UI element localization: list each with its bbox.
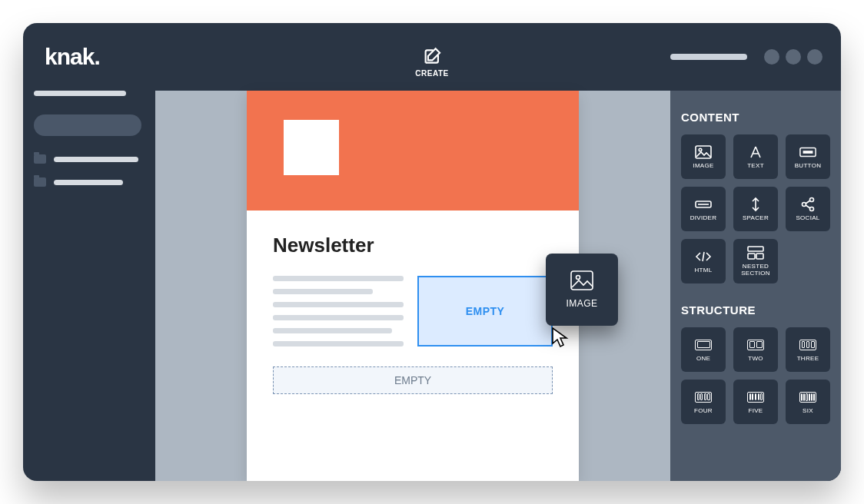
text-line xyxy=(273,302,404,307)
sidebar-active-item[interactable] xyxy=(34,114,141,136)
drag-ghost-image-block: IMAGE xyxy=(546,254,618,326)
divider-icon xyxy=(695,197,712,212)
sidebar-item-label xyxy=(54,157,138,162)
svg-rect-5 xyxy=(803,151,813,154)
sidebar xyxy=(23,91,155,481)
content-tile-divider[interactable]: DIVIDER xyxy=(681,187,726,231)
window-bar xyxy=(670,54,747,60)
content-tile-image[interactable]: IMAGE xyxy=(681,134,726,179)
structure-tile-two[interactable]: TWO xyxy=(733,327,778,372)
window-dot[interactable] xyxy=(807,49,822,65)
content-tile-social[interactable]: SOCIAL xyxy=(786,187,830,231)
tile-label: TEXT xyxy=(747,163,764,170)
text-line xyxy=(273,328,392,333)
cursor-icon xyxy=(550,327,569,351)
tile-label: ONE xyxy=(696,356,710,363)
structure-tile-six[interactable]: SIX xyxy=(786,380,830,424)
structure-grid: ONETWOTHREEFOURFIVESIX xyxy=(681,327,830,424)
svg-rect-0 xyxy=(571,271,593,290)
email-row: EMPTY xyxy=(273,276,553,354)
tile-label: THREE xyxy=(797,356,819,363)
button-icon xyxy=(799,144,816,160)
right-panel: CONTENT IMAGETEXTBUTTONDIVIDERSPACERSOCI… xyxy=(670,91,841,481)
columns-4-icon xyxy=(695,390,712,405)
sidebar-item-label xyxy=(54,180,123,185)
body: Newsletter EMPTY EMPTY xyxy=(23,91,841,481)
spacer-icon xyxy=(747,197,764,212)
svg-point-1 xyxy=(577,276,580,280)
tile-label: SIX xyxy=(803,408,813,415)
create-label: CREATE xyxy=(415,69,448,78)
text-line xyxy=(273,289,373,294)
text-line xyxy=(273,341,404,346)
email-preview: Newsletter EMPTY EMPTY xyxy=(247,91,579,481)
columns-1-icon xyxy=(695,337,712,353)
svg-rect-12 xyxy=(748,254,755,259)
drag-ghost-label: IMAGE xyxy=(566,298,597,309)
email-title[interactable]: Newsletter xyxy=(273,234,553,257)
tile-label: SPACER xyxy=(743,215,769,222)
tile-label: TWO xyxy=(748,356,763,363)
sidebar-placeholder xyxy=(34,91,126,96)
content-tile-text[interactable]: TEXT xyxy=(733,134,778,179)
window-controls xyxy=(670,49,822,65)
content-tile-spacer[interactable]: SPACER xyxy=(733,187,778,231)
structure-tile-five[interactable]: FIVE xyxy=(733,380,778,424)
tile-label: FIVE xyxy=(749,408,763,415)
text-icon xyxy=(747,144,764,160)
email-hero[interactable] xyxy=(247,91,579,211)
content-grid: IMAGETEXTBUTTONDIVIDERSPACERSOCIALHTMLNE… xyxy=(681,134,830,284)
text-line xyxy=(273,276,404,281)
text-block[interactable] xyxy=(273,276,404,354)
svg-rect-11 xyxy=(748,247,763,251)
folder-icon xyxy=(34,154,46,164)
content-tile-html[interactable]: HTML xyxy=(681,239,726,284)
html-icon xyxy=(695,249,712,264)
folder-icon xyxy=(34,177,46,187)
content-tile-button[interactable]: BUTTON xyxy=(786,134,830,179)
dropzone-active[interactable]: EMPTY xyxy=(417,276,553,346)
image-icon xyxy=(695,144,712,160)
tile-label: HTML xyxy=(695,267,713,274)
structure-tile-four[interactable]: FOUR xyxy=(681,380,726,424)
logo: knak. xyxy=(45,44,100,70)
structure-tile-one[interactable]: ONE xyxy=(681,327,726,372)
columns-5-icon xyxy=(747,390,764,405)
email-body: Newsletter EMPTY EMPTY xyxy=(247,211,579,425)
text-line xyxy=(273,315,404,320)
svg-point-3 xyxy=(699,148,702,151)
tile-label: SOCIAL xyxy=(796,215,819,222)
email-logo-placeholder[interactable] xyxy=(284,120,339,175)
header-bar: knak. CREATE xyxy=(23,23,841,91)
content-tile-nested[interactable]: NESTED SECTION xyxy=(733,239,778,284)
columns-2-icon xyxy=(747,337,764,353)
nested-icon xyxy=(747,245,764,260)
structure-tile-three[interactable]: THREE xyxy=(786,327,830,372)
dropzone-empty[interactable]: EMPTY xyxy=(273,366,553,394)
sidebar-folder-row[interactable] xyxy=(34,177,145,187)
columns-6-icon xyxy=(799,390,816,405)
panel-heading-structure: STRUCTURE xyxy=(681,303,830,317)
tile-label: IMAGE xyxy=(693,163,713,170)
tile-label: FOUR xyxy=(694,408,713,415)
svg-rect-13 xyxy=(756,254,763,259)
svg-rect-2 xyxy=(696,146,711,158)
social-icon xyxy=(799,197,816,212)
app-window: knak. CREATE xyxy=(23,23,841,481)
tile-label: BUTTON xyxy=(795,163,822,170)
columns-3-icon xyxy=(799,337,816,353)
window-dot[interactable] xyxy=(786,49,801,65)
window-dot[interactable] xyxy=(764,49,779,65)
sidebar-folder-row[interactable] xyxy=(34,154,145,164)
tile-label: DIVIDER xyxy=(690,215,717,222)
create-button[interactable]: CREATE xyxy=(415,46,448,78)
tile-label: NESTED SECTION xyxy=(741,264,770,277)
panel-heading-content: CONTENT xyxy=(681,111,830,124)
